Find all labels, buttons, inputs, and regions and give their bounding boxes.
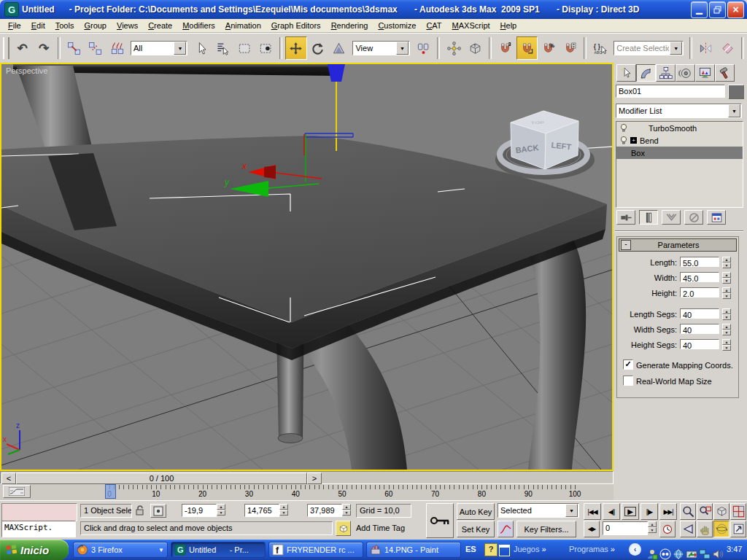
stack-item-box[interactable]: Box: [616, 147, 743, 159]
param-field-length-[interactable]: 55,0: [680, 257, 719, 267]
set-key-button[interactable]: Set Key: [457, 521, 495, 537]
tray-messenger-icon[interactable]: [659, 544, 671, 556]
viewcube-top-label[interactable]: TOP: [530, 120, 544, 125]
param-field-length-segs-[interactable]: 40: [680, 308, 719, 319]
zoom-button[interactable]: [680, 503, 696, 520]
menu-edit[interactable]: Edit: [26, 20, 50, 31]
close-button[interactable]: ×: [727, 1, 744, 18]
z-coord-field[interactable]: 37,989: [307, 504, 342, 517]
reference-coordinate-system-combo[interactable]: View▼: [352, 41, 410, 55]
menu-file[interactable]: File: [3, 20, 26, 31]
param-field-height-segs-[interactable]: 40: [680, 339, 719, 349]
named-selection-set-combo[interactable]: Create Selection Set▼: [614, 41, 684, 55]
zoom-extents-all-button[interactable]: [730, 503, 746, 520]
time-slider-grip[interactable]: 0 / 100: [16, 472, 307, 484]
expand-icon[interactable]: +: [630, 137, 637, 144]
configure-modifier-sets-button[interactable]: [707, 210, 726, 225]
set-keys-button[interactable]: [426, 503, 454, 538]
zoom-all-button[interactable]: [697, 503, 713, 520]
expand-arrow[interactable]: »: [542, 545, 546, 553]
viewport-perspective[interactable]: x y TOP BACK LEFT: [0, 63, 614, 471]
collapse-rollout-button[interactable]: -: [621, 240, 631, 250]
tray-update-icon[interactable]: [686, 544, 697, 556]
tab-display[interactable]: [695, 64, 715, 82]
title-bar[interactable]: G Untitled - Project Folder: C:\Document…: [0, 0, 747, 19]
chevron-down-icon[interactable]: ▼: [174, 42, 186, 55]
checkbox-0[interactable]: ✓: [623, 359, 633, 370]
snaps-toggle[interactable]: 3: [495, 36, 516, 60]
maxscript-mini-listener[interactable]: MAXScript.: [1, 521, 76, 537]
chevron-down-icon[interactable]: ▼: [670, 42, 682, 55]
next-frame-button[interactable]: ||▶: [640, 503, 658, 520]
select-by-name-button[interactable]: [212, 36, 233, 60]
bind-to-space-warp-button[interactable]: [107, 36, 128, 60]
menu-maxscript[interactable]: MAXScript: [447, 20, 495, 31]
auto-key-button[interactable]: Auto Key: [457, 503, 495, 520]
select-object-button[interactable]: [190, 36, 212, 60]
window-crossing-toggle[interactable]: [255, 36, 276, 60]
key-mode-toggle[interactable]: ◀▶: [584, 521, 600, 537]
time-slider-frame-handle[interactable]: [105, 484, 116, 499]
spinner-snap-toggle[interactable]: [559, 36, 580, 60]
tray-user-icon[interactable]: [646, 544, 658, 556]
current-frame-field[interactable]: 0: [603, 521, 648, 535]
field-of-view-button[interactable]: [680, 521, 696, 537]
start-button[interactable]: Inicio: [0, 540, 69, 560]
tab-hierarchy[interactable]: [656, 64, 676, 82]
time-slider-track[interactable]: < 0 / 100 >: [0, 471, 614, 484]
select-and-move-button[interactable]: [285, 36, 306, 60]
menu-create[interactable]: Create: [143, 20, 177, 31]
taskbar-button-untitled[interactable]: GUntitled - Pr...: [171, 542, 266, 558]
select-and-manipulate-button[interactable]: [443, 36, 464, 60]
spinner[interactable]: ▲▼: [722, 324, 731, 335]
pan-button[interactable]: [697, 521, 713, 537]
y-coord-field[interactable]: 14,765: [244, 504, 279, 517]
menu-tools[interactable]: Tools: [50, 20, 80, 31]
object-name-field[interactable]: Box01: [616, 85, 725, 98]
param-field-width-segs-[interactable]: 40: [680, 324, 719, 334]
angle-snap-toggle[interactable]: [516, 36, 538, 60]
tab-create[interactable]: [616, 64, 636, 82]
percent-snap-toggle[interactable]: %: [538, 36, 559, 60]
stack-item-bend[interactable]: +Bend: [616, 134, 743, 147]
previous-frame-button[interactable]: ◀||: [603, 503, 620, 520]
go-to-start-button[interactable]: |◀◀: [584, 503, 601, 520]
tray-network-icon[interactable]: [699, 544, 711, 556]
restore-button[interactable]: [709, 1, 726, 18]
remove-modifier-button[interactable]: [684, 210, 703, 225]
taskbar-button-3[interactable]: 3 Firefox▼: [73, 542, 168, 558]
modifier-stack[interactable]: TurboSmooth+BendBox: [616, 121, 743, 208]
menu-rendering[interactable]: Rendering: [326, 20, 374, 31]
time-configuration-button[interactable]: [659, 521, 676, 537]
use-pivot-center-button[interactable]: [413, 36, 434, 60]
selection-lock-toggle[interactable]: [135, 505, 145, 516]
cube-toggle-button[interactable]: [336, 521, 351, 536]
key-selection-combo[interactable]: Selected ▼: [498, 503, 579, 518]
menu-help[interactable]: Help: [495, 20, 522, 31]
chevron-down-icon[interactable]: ▼: [728, 104, 740, 117]
language-help-icon[interactable]: ?: [484, 543, 498, 556]
stack-item-turbosmooth[interactable]: TurboSmooth: [616, 122, 743, 134]
menu-views[interactable]: Views: [112, 20, 143, 31]
make-unique-button[interactable]: [662, 210, 681, 225]
rollout-header[interactable]: - Parameters: [619, 238, 737, 252]
taskbar-button-14png[interactable]: 14.PNG - Paint: [366, 542, 461, 558]
pin-stack-button[interactable]: [616, 210, 635, 225]
tab-modify[interactable]: [636, 64, 656, 82]
chevron-down-icon[interactable]: ▼: [565, 504, 578, 517]
tray-globe-icon[interactable]: [673, 544, 684, 556]
select-and-rotate-button[interactable]: [307, 36, 328, 60]
tab-motion[interactable]: [676, 64, 695, 82]
edit-named-selection-sets-button[interactable]: { }ABC: [589, 36, 611, 60]
rectangular-selection-region-button[interactable]: [233, 36, 255, 60]
zoom-extents-button[interactable]: [713, 503, 729, 520]
modifier-list-combo[interactable]: Modifier List ▼: [616, 104, 742, 118]
menu-cat[interactable]: CAT: [421, 20, 446, 31]
object-color-swatch[interactable]: [728, 85, 744, 99]
tray-volume-icon[interactable]: [712, 544, 724, 556]
add-time-tag[interactable]: Add Time Tag: [356, 524, 405, 532]
previous-frame-slider-button[interactable]: <: [1, 472, 16, 484]
menu-modifiers[interactable]: Modifiers: [177, 20, 220, 31]
select-and-scale-button[interactable]: [328, 36, 349, 60]
select-and-link-button[interactable]: [63, 36, 85, 60]
